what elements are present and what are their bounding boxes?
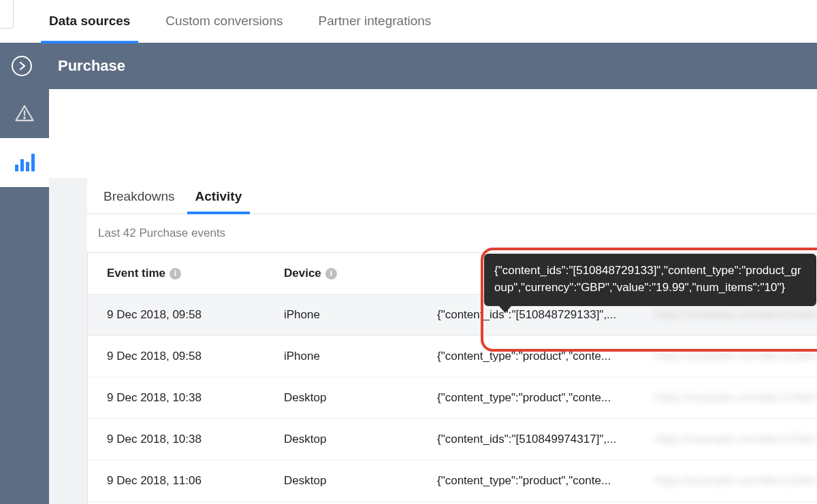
- events-table: Event time i Device i 9 Dec 2018, 09:58 …: [87, 252, 817, 504]
- table-row[interactable]: 9 Dec 2018, 09:58 iPhone {"content_ids":…: [88, 295, 817, 336]
- col-device: Device i: [284, 267, 437, 280]
- table-row[interactable]: 9 Dec 2018, 11:06 Desktop {"content_type…: [88, 460, 817, 502]
- table-row[interactable]: 9 Dec 2018, 09:58 iPhone {"content_type"…: [88, 336, 817, 377]
- info-icon[interactable]: i: [170, 268, 181, 280]
- cell-url: https://example.com/abc123def: [655, 391, 817, 405]
- cell-event-time: 9 Dec 2018, 11:06: [107, 474, 284, 488]
- cell-event-time: 9 Dec 2018, 09:58: [107, 308, 284, 322]
- cell-url: https://example.com/abc123def: [655, 433, 817, 446]
- cell-device: iPhone: [284, 350, 437, 363]
- events-summary: Last 42 Purchase events: [87, 214, 817, 252]
- cell-json: {"content_ids":"[510848729133]",...: [437, 308, 655, 322]
- top-tabs: Data sources Custom conversions Partner …: [0, 0, 817, 43]
- table-row[interactable]: 9 Dec 2018, 10:38 Desktop {"content_ids"…: [88, 419, 817, 460]
- cell-device: Desktop: [284, 391, 437, 405]
- tab-activity[interactable]: Activity: [187, 178, 251, 214]
- main-panel: Breakdowns Activity Last 42 Purchase eve…: [49, 178, 817, 504]
- cell-event-time: 9 Dec 2018, 10:38: [107, 391, 284, 405]
- left-rail: [0, 89, 49, 504]
- rail-item-diagnostics[interactable]: [0, 89, 49, 138]
- tab-data-sources[interactable]: Data sources: [48, 0, 131, 43]
- cell-event-time: 9 Dec 2018, 09:58: [107, 350, 284, 363]
- tab-breakdowns[interactable]: Breakdowns: [95, 178, 183, 214]
- cell-url: https://example.com/abc123def: [655, 308, 817, 322]
- col-device-label: Device: [284, 267, 321, 280]
- rail-item-analytics[interactable]: [0, 138, 49, 187]
- inner-tabs: Breakdowns Activity: [87, 178, 817, 214]
- cell-device: iPhone: [284, 308, 437, 322]
- cell-device: Desktop: [284, 474, 437, 488]
- cell-url: https://example.com/abc123def: [655, 474, 817, 488]
- cell-json: {"content_type":"product","conte...: [437, 391, 655, 405]
- table-header-row: Event time i Device i: [88, 253, 817, 295]
- svg-point-1: [24, 118, 25, 119]
- bar-chart-icon: [15, 154, 35, 171]
- back-chevron-icon[interactable]: [12, 56, 32, 76]
- col-event-time: Event time i: [107, 267, 284, 280]
- cell-json: {"content_ids":"[510849974317]",...: [437, 433, 655, 446]
- table-row[interactable]: 9 Dec 2018, 10:38 Desktop {"content_type…: [88, 377, 817, 419]
- col-event-time-label: Event time: [107, 267, 165, 280]
- tab-custom-conversions[interactable]: Custom conversions: [164, 0, 284, 43]
- page-subheader: Purchase: [0, 43, 817, 89]
- cell-event-time: 9 Dec 2018, 10:38: [107, 433, 284, 446]
- info-icon[interactable]: i: [325, 268, 337, 280]
- page-title: Purchase: [58, 57, 125, 75]
- collapsed-panel-edge: [0, 0, 14, 29]
- cell-device: Desktop: [284, 433, 437, 446]
- cell-url: https://example.com/abc123def: [655, 350, 817, 363]
- tab-partner-integrations[interactable]: Partner integrations: [317, 0, 432, 43]
- cell-json: {"content_type":"product","conte...: [437, 350, 655, 363]
- cell-json: {"content_type":"product","conte...: [437, 474, 655, 488]
